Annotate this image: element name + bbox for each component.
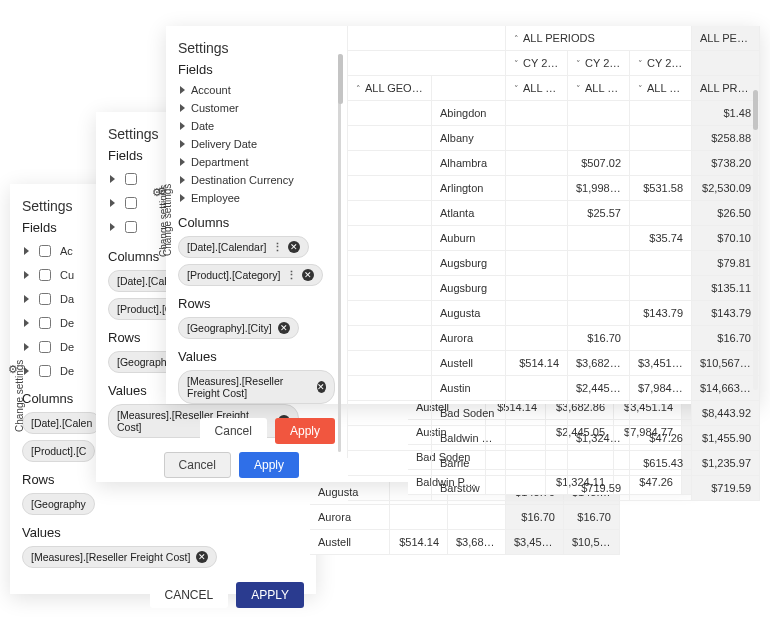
columns-heading: Columns	[178, 215, 335, 230]
column-chip[interactable]: [Date].[Calen	[22, 412, 101, 434]
value-chip[interactable]: [Measures].[Reseller Freight Cost]✕	[22, 546, 217, 568]
column-chip[interactable]: [Product].[Category]⋮✕	[178, 264, 323, 286]
field-checkbox[interactable]	[39, 365, 51, 377]
row-chip[interactable]: [Geography].[City]✕	[178, 317, 299, 339]
table-row: Alhambra$507.02$738.20	[348, 151, 760, 176]
pivot-table-front[interactable]: ˄ALL PERIODS ALL PERIODS ˅CY 2010 ˅CY 20…	[348, 26, 760, 404]
caret-icon	[24, 247, 29, 255]
caret-icon	[180, 104, 185, 112]
field-checkbox[interactable]	[39, 317, 51, 329]
caret-icon	[180, 122, 185, 130]
table-header-row: ˅CY 2010 ˅CY 2011 ˅CY 2012	[348, 51, 760, 76]
table-row: Atlanta$25.57$26.50	[348, 201, 760, 226]
value-chip[interactable]: [Measures].[Reseller Freight Cost]✕	[178, 370, 335, 404]
remove-icon[interactable]: ✕	[317, 381, 326, 393]
caret-icon	[180, 86, 185, 94]
table-row: Abingdon$1.48	[348, 101, 760, 126]
field-checkbox[interactable]	[125, 173, 137, 185]
chevron-up-icon[interactable]: ˄	[356, 84, 361, 94]
field-row[interactable]: Department	[180, 155, 335, 169]
table-row: Austin$2,445.05$7,984.77$14,663.13	[348, 376, 760, 401]
caret-icon	[24, 319, 29, 327]
caret-icon	[180, 194, 185, 202]
values-heading: Values	[22, 525, 304, 540]
caret-icon	[110, 199, 115, 207]
table-row: Austell $514.14 $3,682.86 $3,451.14 $10,…	[310, 530, 620, 555]
column-chip[interactable]: [Date].[Calendar]⋮✕	[178, 236, 309, 258]
caret-icon	[24, 271, 29, 279]
field-row[interactable]: Delivery Date	[180, 137, 335, 151]
cancel-button[interactable]: CANCEL	[150, 582, 229, 608]
column-chip[interactable]: [Product].[C	[22, 440, 95, 462]
field-row[interactable]: Date	[180, 119, 335, 133]
settings-title: Settings	[178, 40, 335, 56]
table-row: Baldwin Park$1,324.11$47.26$1,455.90	[348, 426, 760, 451]
row-chip[interactable]: [Geography	[22, 493, 95, 515]
table-header-row: ˄ALL PERIODS ALL PERIODS	[348, 26, 760, 51]
field-checkbox[interactable]	[39, 245, 51, 257]
chevron-down-icon[interactable]: ˅	[514, 84, 519, 94]
scrollbar[interactable]	[338, 54, 341, 452]
caret-icon	[180, 176, 185, 184]
table-row: Aurora$16.70$16.70	[348, 326, 760, 351]
scrollbar[interactable]	[753, 90, 758, 390]
table-row: Austell$514.14$3,682.86$3,451.14$10,567.…	[348, 351, 760, 376]
remove-icon[interactable]: ✕	[278, 322, 290, 334]
caret-icon	[110, 223, 115, 231]
table-row: Albany$258.88	[348, 126, 760, 151]
field-checkbox[interactable]	[39, 341, 51, 353]
table-row: Barrie$615.43$1,235.97	[348, 451, 760, 476]
table-row: Auburn$35.74$70.10	[348, 226, 760, 251]
caret-icon	[24, 295, 29, 303]
rows-heading: Rows	[178, 296, 335, 311]
cancel-button[interactable]: Cancel	[200, 418, 267, 444]
field-checkbox[interactable]	[39, 293, 51, 305]
caret-icon	[180, 140, 185, 148]
table-row: Bad Soden$8,443.92	[348, 401, 760, 426]
kebab-icon[interactable]: ⋮	[286, 269, 296, 281]
table-header-row: ˄ALL GEOGRA… ˅ALL PRO… ˅ALL PRO… ˅ALL PR…	[348, 76, 760, 101]
kebab-icon[interactable]: ⋮	[272, 241, 282, 253]
remove-icon[interactable]: ✕	[196, 551, 208, 563]
table-row: Aurora $16.70 $16.70	[310, 505, 620, 530]
chevron-down-icon[interactable]: ˅	[638, 59, 643, 69]
field-row[interactable]: Employee	[180, 191, 335, 205]
remove-icon[interactable]: ✕	[302, 269, 314, 281]
table-row: Arlington$1,998.51$531.58$2,530.09	[348, 176, 760, 201]
apply-button[interactable]: APPLY	[236, 582, 304, 608]
table-row: Augsburg$135.11	[348, 276, 760, 301]
field-row[interactable]: Account	[180, 83, 335, 97]
chevron-down-icon[interactable]: ˅	[576, 59, 581, 69]
change-settings-label: Change settings	[162, 184, 173, 256]
chevron-down-icon[interactable]: ˅	[514, 59, 519, 69]
caret-icon	[180, 158, 185, 166]
table-row: Augusta$143.79$143.79	[348, 301, 760, 326]
fields-heading: Fields	[178, 62, 335, 77]
caret-icon	[24, 343, 29, 351]
chevron-up-icon[interactable]: ˄	[514, 34, 519, 44]
apply-button[interactable]: Apply	[275, 418, 335, 444]
settings-panel-front: Settings Fields Account Customer Date De…	[166, 26, 760, 404]
remove-icon[interactable]: ✕	[288, 241, 300, 253]
chevron-down-icon[interactable]: ˅	[576, 84, 581, 94]
caret-icon	[110, 175, 115, 183]
chevron-down-icon[interactable]: ˅	[638, 84, 643, 94]
table-row: Augsburg$79.81	[348, 251, 760, 276]
table-row: Barstow$719.59$719.59	[348, 476, 760, 501]
field-checkbox[interactable]	[39, 269, 51, 281]
field-row[interactable]: Destination Currency	[180, 173, 335, 187]
field-row[interactable]: Customer	[180, 101, 335, 115]
field-checkbox[interactable]	[125, 221, 137, 233]
fields-list-front: Account Customer Date Delivery Date Depa…	[180, 83, 335, 205]
field-checkbox[interactable]	[125, 197, 137, 209]
values-heading: Values	[178, 349, 335, 364]
change-settings-label: Change settings	[14, 360, 25, 432]
